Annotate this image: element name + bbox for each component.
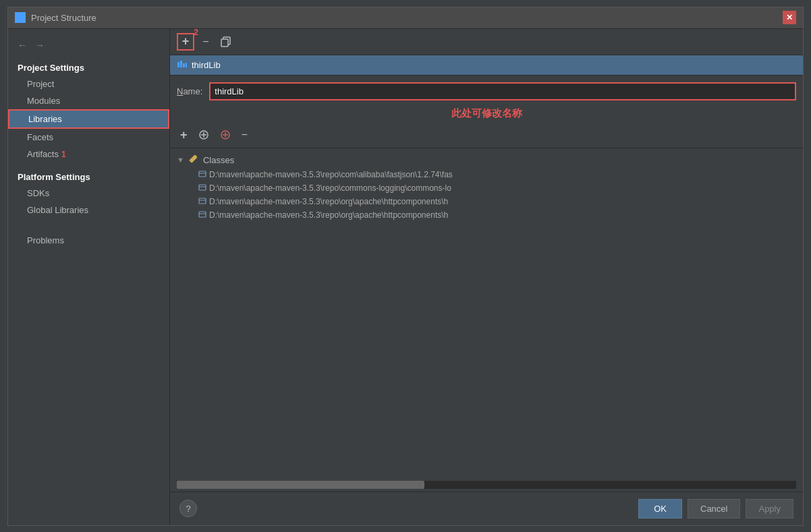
title-bar-left: Project Structure — [15, 12, 96, 23]
svg-rect-17 — [199, 185, 206, 190]
library-toolbar: + 2 − — [170, 29, 803, 55]
classes-label: Classes — [203, 155, 234, 165]
library-item-thirdlib[interactable]: thirdLib — [170, 55, 803, 75]
dialog-body: ← → Project Settings Project Modules Lib… — [8, 29, 803, 525]
apply-button[interactable]: Apply — [746, 499, 793, 519]
library-list: thirdLib — [170, 55, 803, 76]
sidebar-item-problems[interactable]: Problems — [8, 232, 169, 249]
file-path-2: D:\maven\apache-maven-3.5.3\repo\org\apa… — [209, 197, 448, 206]
horizontal-scrollbar[interactable] — [177, 481, 796, 489]
main-content: + 2 − — [170, 29, 803, 525]
artifacts-badge: 1 — [61, 150, 66, 159]
svg-rect-7 — [183, 63, 185, 67]
remove-library-button[interactable]: − — [197, 33, 215, 51]
name-label: Name: — [177, 86, 202, 96]
jar-icon-0 — [198, 170, 206, 179]
add-library-button[interactable]: + — [177, 33, 194, 51]
sidebar-item-sdks[interactable]: SDKs — [8, 185, 169, 202]
platform-settings-header: Platform Settings — [8, 168, 169, 185]
sidebar: ← → Project Settings Project Modules Lib… — [8, 29, 170, 525]
back-button[interactable]: ← — [15, 38, 30, 52]
wrench-icon — [188, 154, 198, 166]
title-bar: Project Structure ✕ — [8, 7, 803, 29]
name-input[interactable] — [209, 82, 796, 100]
file-path-1: D:\maven\apache-maven-3.5.3\repo\commons… — [209, 183, 451, 193]
tree-area: ▼ Classes D:\maven\ap — [170, 148, 803, 478]
svg-rect-15 — [199, 171, 206, 177]
library-bar-icon — [177, 59, 188, 71]
close-button[interactable]: ✕ — [783, 11, 796, 24]
sidebar-item-project[interactable]: Project — [8, 76, 169, 92]
app-icon — [15, 12, 26, 23]
tree-expand-icon: ▼ — [177, 156, 184, 164]
sidebar-item-libraries[interactable]: Libraries — [8, 109, 169, 129]
svg-rect-21 — [199, 212, 206, 217]
forward-button[interactable]: → — [32, 38, 47, 52]
nav-arrows: ← → — [8, 36, 169, 59]
file-entry-1[interactable]: D:\maven\apache-maven-3.5.3\repo\commons… — [170, 181, 803, 195]
add-btn-wrap: + 2 — [177, 33, 194, 51]
file-path-3: D:\maven\apache-maven-3.5.3\repo\org\apa… — [209, 210, 448, 220]
file-entry-0[interactable]: D:\maven\apache-maven-3.5.3\repo\com\ali… — [170, 168, 803, 181]
jar-icon-1 — [198, 183, 206, 193]
footer-bar: ? OK Cancel Apply — [170, 492, 803, 525]
sidebar-item-facets[interactable]: Facets — [8, 129, 169, 146]
content-remove-button[interactable]: − — [238, 127, 251, 142]
file-path-0: D:\maven\apache-maven-3.5.3\repo\com\ali… — [209, 170, 453, 179]
file-entry-2[interactable]: D:\maven\apache-maven-3.5.3\repo\org\apa… — [170, 195, 803, 208]
sidebar-item-global-libraries[interactable]: Global Libraries — [8, 202, 169, 218]
svg-rect-8 — [186, 63, 187, 67]
sidebar-item-modules[interactable]: Modules — [8, 92, 169, 109]
content-add-red-button[interactable] — [217, 128, 234, 142]
jar-icon-3 — [198, 210, 206, 220]
scrollbar-thumb — [177, 481, 424, 489]
sidebar-item-artifacts[interactable]: Artifacts1 — [8, 146, 169, 162]
cancel-button[interactable]: Cancel — [688, 499, 740, 519]
classes-tree-item[interactable]: ▼ Classes — [170, 152, 803, 168]
file-entry-3[interactable]: D:\maven\apache-maven-3.5.3\repo\org\apa… — [170, 208, 803, 222]
jar-icon-2 — [198, 197, 206, 206]
add-badge: 2 — [194, 29, 198, 37]
copy-library-button[interactable] — [217, 33, 235, 51]
svg-rect-6 — [180, 61, 182, 67]
svg-rect-4 — [221, 39, 228, 47]
ok-button[interactable]: OK — [638, 499, 682, 519]
content-add-spec-button[interactable] — [195, 128, 213, 142]
svg-rect-5 — [177, 62, 179, 67]
content-add-button[interactable]: + — [177, 127, 191, 144]
help-button[interactable]: ? — [179, 500, 197, 517]
library-name: thirdLib — [192, 60, 221, 70]
content-toolbar: + − — [170, 123, 803, 148]
dialog-title: Project Structure — [31, 13, 96, 23]
name-row: Name: — [170, 76, 803, 105]
annotation-text: 此处可修改名称 — [170, 105, 803, 123]
svg-rect-0 — [16, 15, 18, 20]
svg-rect-19 — [199, 198, 206, 204]
project-settings-header: Project Settings — [8, 59, 169, 76]
svg-rect-2 — [22, 16, 25, 20]
project-structure-dialog: Project Structure ✕ ← → Project Settings… — [7, 7, 804, 526]
svg-rect-1 — [19, 13, 22, 20]
